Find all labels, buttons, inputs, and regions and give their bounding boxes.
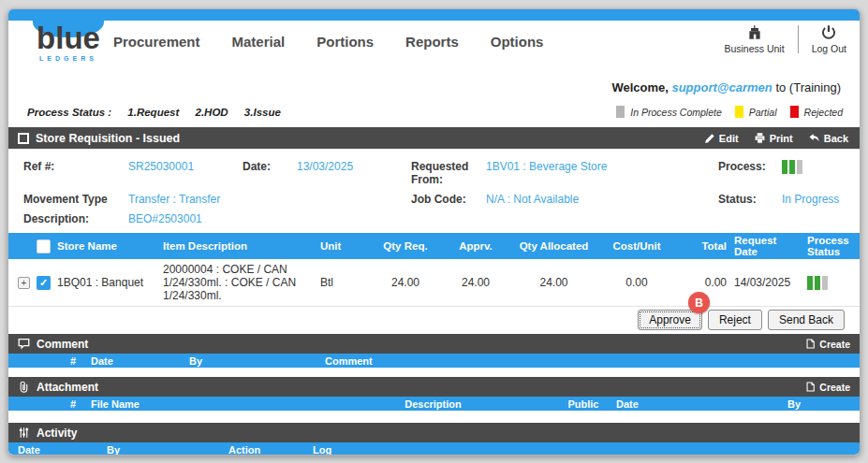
- back-label: Back: [824, 133, 848, 144]
- back-undo-icon: [808, 132, 820, 144]
- nav-portions[interactable]: Portions: [316, 34, 374, 50]
- row-process-bar-1: [807, 276, 813, 290]
- row-item-description: 20000004 : COKE / CAN 1/24/330ml. : COKE…: [163, 263, 320, 302]
- attachment-col-by: By: [738, 398, 850, 410]
- items-table-header: Store Name Item Description Unit Qty Req…: [8, 233, 860, 259]
- date-label: Date:: [243, 160, 297, 173]
- attachment-section-header: Attachment Create: [8, 377, 860, 397]
- comment-bubble-icon: [18, 338, 30, 350]
- col-item-description: Item Description: [163, 240, 320, 252]
- window-icon: [18, 133, 29, 144]
- process-bar-3: [797, 160, 802, 174]
- description-value[interactable]: BEO#2503001: [128, 212, 243, 225]
- log-out-label: Log Out: [812, 43, 846, 54]
- row-cost-unit: 0.00: [598, 276, 675, 289]
- nav-procurement[interactable]: Procurement: [113, 34, 200, 50]
- approve-button[interactable]: Approve: [638, 310, 702, 330]
- col-process-status: Process Status: [802, 235, 850, 257]
- reject-button[interactable]: Reject: [708, 310, 762, 330]
- send-back-button[interactable]: Send Back: [768, 310, 845, 330]
- legend-rejected-swatch: [790, 106, 799, 118]
- nav-reports[interactable]: Reports: [405, 34, 459, 50]
- description-label: Description:: [23, 212, 128, 225]
- header-divider: [798, 25, 799, 53]
- logo-text: blue: [29, 22, 108, 54]
- job-code-value[interactable]: N/A : Not Available: [486, 193, 718, 206]
- welcome-line: Welcome, support@carmen to (Training): [8, 75, 860, 96]
- movement-type-value[interactable]: Transfer : Transfer: [128, 193, 243, 206]
- row-checkbox[interactable]: ✓: [37, 276, 51, 290]
- attachment-create-button[interactable]: Create: [805, 382, 850, 393]
- col-total: Total: [675, 240, 727, 252]
- activity-section-header: Activity: [8, 423, 860, 442]
- print-button[interactable]: Print: [754, 132, 793, 144]
- row-apprv: 24.00: [442, 276, 509, 289]
- log-out-button[interactable]: Log Out: [812, 24, 846, 54]
- legend-partial-label: Partial: [749, 107, 777, 118]
- edit-button[interactable]: Edit: [704, 132, 739, 144]
- logo-tagline: LEDGERS: [29, 55, 108, 62]
- col-apprv: Apprv.: [442, 240, 509, 252]
- back-button[interactable]: Back: [808, 132, 848, 144]
- date-value[interactable]: 13/03/2025: [297, 160, 411, 173]
- col-request-date: Request Date: [727, 235, 802, 257]
- sliders-icon: [18, 427, 30, 439]
- process-status-label: Process Status :: [27, 107, 111, 118]
- row-process-bar-2: [815, 276, 820, 290]
- brand-logo[interactable]: blue LEDGERS: [29, 9, 108, 62]
- row-total: 0.00: [675, 276, 727, 289]
- section-actions: Edit Print Back: [704, 132, 848, 144]
- row-qty-req: 24.00: [369, 276, 442, 289]
- status-legend: In Process Complete Partial Rejected: [609, 106, 843, 118]
- attachment-create-label: Create: [819, 382, 850, 393]
- power-icon: [820, 24, 837, 41]
- movement-type-label: Movement Type: [23, 193, 128, 206]
- row-process-bar-3: [822, 276, 828, 290]
- print-icon: [754, 132, 766, 144]
- business-unit-icon: [746, 24, 763, 41]
- action-button-row: B Approve Reject Send Back: [8, 307, 860, 334]
- legend-inprocess-swatch: [616, 106, 625, 118]
- comment-title: Comment: [37, 338, 88, 351]
- col-store-name: Store Name: [57, 240, 117, 252]
- process-bar-1: [782, 160, 787, 174]
- comment-create-button[interactable]: Create: [805, 339, 850, 350]
- legend-partial-swatch: [735, 106, 743, 118]
- welcome-user: support@carmen: [671, 80, 772, 94]
- activity-table-header: Date By Action Log: [8, 442, 860, 456]
- activity-col-by: By: [107, 444, 228, 456]
- header-actions: Business Unit Log Out: [724, 24, 846, 54]
- attachment-title-wrap: Attachment: [18, 381, 98, 394]
- activity-title-wrap: Activity: [18, 427, 77, 440]
- nav-options[interactable]: Options: [491, 34, 544, 50]
- section-header: Store Requisition - Issued Edit Print Ba…: [8, 127, 860, 149]
- requested-from-value[interactable]: 1BV01 : Beverage Store: [486, 160, 718, 173]
- col-cost-unit: Cost/Unit: [598, 240, 675, 252]
- create-document-icon: [805, 382, 816, 392]
- app-window: blue LEDGERS Procurement Material Portio…: [7, 8, 861, 456]
- col-unit: Unit: [320, 240, 369, 252]
- welcome-suffix: to (Training): [775, 80, 841, 94]
- business-unit-button[interactable]: Business Unit: [724, 24, 784, 54]
- activity-col-log: Log: [313, 444, 850, 456]
- process-indicator: [782, 160, 846, 174]
- comment-col-by: By: [189, 355, 325, 367]
- row-expander[interactable]: +: [18, 277, 30, 289]
- requested-from-label: Requested From:: [411, 160, 486, 186]
- select-all-checkbox[interactable]: [37, 239, 51, 253]
- col-qty-req: Qty Req.: [369, 240, 442, 252]
- nav-material[interactable]: Material: [232, 34, 286, 50]
- paperclip-icon: [18, 381, 30, 393]
- attachment-col-description: Description: [316, 398, 551, 410]
- ref-label: Ref #:: [23, 160, 128, 173]
- create-document-icon: [805, 339, 816, 349]
- attachment-col-file-name: File Name: [81, 398, 316, 410]
- print-label: Print: [770, 133, 793, 144]
- comment-section-header: Comment Create: [8, 334, 860, 354]
- job-code-label: Job Code:: [411, 193, 486, 206]
- requisition-details: Ref #: SR25030001 Date: 13/03/2025 Reque…: [8, 149, 860, 233]
- table-row[interactable]: + ✓ 1BQ01 : Banquet 20000004 : COKE / CA…: [8, 259, 860, 307]
- attachment-col-public: Public: [551, 398, 616, 410]
- ref-value[interactable]: SR25030001: [128, 160, 243, 173]
- edit-pencil-icon: [704, 133, 715, 144]
